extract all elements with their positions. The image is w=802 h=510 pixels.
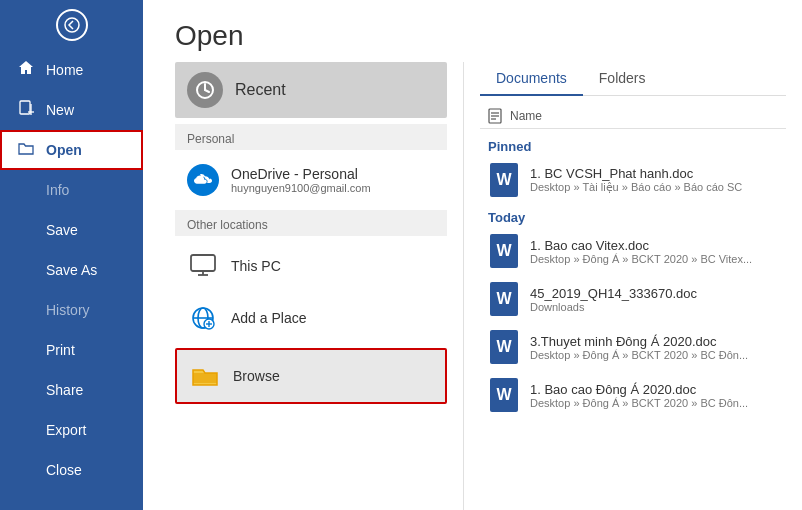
today-doc-0-name: 1. Bao cao Vitex.doc — [530, 238, 752, 253]
word-doc-icon-2 — [488, 329, 520, 365]
sidebar-item-close[interactable]: Close — [0, 450, 143, 490]
locations-panel: Recent Personal OneDrive - Personal huyn… — [143, 62, 463, 510]
today-doc-3[interactable]: 1. Bao cao Đông Á 2020.doc Desktop » Đôn… — [480, 371, 786, 419]
title-bar: Open — [143, 0, 802, 62]
svg-line-6 — [205, 90, 209, 92]
back-button-area[interactable] — [0, 0, 143, 50]
sidebar: Home New Open Info Save Save As History … — [0, 0, 143, 510]
today-doc-1-info: 45_2019_QH14_333670.doc Downloads — [530, 286, 697, 313]
tab-documents[interactable]: Documents — [480, 62, 583, 96]
today-doc-2[interactable]: 3.Thuyet minh Đông Á 2020.doc Desktop » … — [480, 323, 786, 371]
pinned-doc-0-path: Desktop » Tài liệu » Báo cáo » Báo cáo S… — [530, 181, 742, 194]
word-doc-icon — [488, 162, 520, 198]
today-doc-3-name: 1. Bao cao Đông Á 2020.doc — [530, 382, 748, 397]
today-doc-2-path: Desktop » Đông Á » BCKT 2020 » BC Đôn... — [530, 349, 748, 361]
new-icon — [16, 100, 36, 120]
sidebar-item-share-label: Share — [46, 382, 83, 398]
today-doc-1-name: 45_2019_QH14_333670.doc — [530, 286, 697, 301]
browse-folder-icon — [189, 360, 221, 392]
today-doc-1[interactable]: 45_2019_QH14_333670.doc Downloads — [480, 275, 786, 323]
sidebar-item-export[interactable]: Export — [0, 410, 143, 450]
sidebar-item-info-label: Info — [46, 182, 69, 198]
browse-item[interactable]: Browse — [175, 348, 447, 404]
open-icon — [16, 140, 36, 160]
this-pc-item[interactable]: This PC — [175, 240, 447, 292]
svg-rect-7 — [191, 255, 215, 271]
this-pc-label: This PC — [231, 258, 281, 274]
word-doc-icon-0 — [488, 233, 520, 269]
col-header: Name — [480, 104, 786, 129]
sidebar-item-new[interactable]: New — [0, 90, 143, 130]
sidebar-item-save-label: Save — [46, 222, 78, 238]
word-doc-icon-3 — [488, 377, 520, 413]
onedrive-text: OneDrive - Personal huynguyen9100@gmail.… — [231, 166, 371, 194]
sidebar-item-open-label: Open — [46, 142, 82, 158]
onedrive-name: OneDrive - Personal — [231, 166, 371, 182]
personal-header: Personal — [175, 124, 447, 150]
other-locations-header: Other locations — [175, 210, 447, 236]
today-doc-2-name: 3.Thuyet minh Đông Á 2020.doc — [530, 334, 748, 349]
pinned-doc-0-info: 1. BC VCSH_Phat hanh.doc Desktop » Tài l… — [530, 166, 742, 194]
sidebar-item-export-label: Export — [46, 422, 86, 438]
sidebar-item-save[interactable]: Save — [0, 210, 143, 250]
page-title: Open — [175, 20, 770, 52]
sidebar-item-home[interactable]: Home — [0, 50, 143, 90]
sidebar-item-history[interactable]: History — [0, 290, 143, 330]
main-content: Open Recent Personal — [143, 0, 802, 510]
pinned-doc-0-name: 1. BC VCSH_Phat hanh.doc — [530, 166, 742, 181]
tab-folders[interactable]: Folders — [583, 62, 662, 96]
today-doc-1-path: Downloads — [530, 301, 697, 313]
sidebar-item-home-label: Home — [46, 62, 83, 78]
sidebar-item-history-label: History — [46, 302, 90, 318]
today-doc-0-path: Desktop » Đông Á » BCKT 2020 » BC Vitex.… — [530, 253, 752, 265]
recent-clock-icon — [187, 72, 223, 108]
home-icon — [16, 60, 36, 80]
sidebar-item-print[interactable]: Print — [0, 330, 143, 370]
browse-label: Browse — [233, 368, 280, 384]
globe-icon — [187, 302, 219, 334]
svg-point-0 — [65, 18, 79, 32]
col-name-label: Name — [510, 109, 542, 123]
computer-icon — [187, 250, 219, 282]
onedrive-item[interactable]: OneDrive - Personal huynguyen9100@gmail.… — [175, 154, 447, 206]
word-doc-icon-1 — [488, 281, 520, 317]
sidebar-item-print-label: Print — [46, 342, 75, 358]
today-doc-2-info: 3.Thuyet minh Đông Á 2020.doc Desktop » … — [530, 334, 748, 361]
onedrive-icon — [187, 164, 219, 196]
sidebar-item-share[interactable]: Share — [0, 370, 143, 410]
today-doc-0-info: 1. Bao cao Vitex.doc Desktop » Đông Á » … — [530, 238, 752, 265]
docs-panel: Documents Folders Name Pinned — [463, 62, 802, 510]
today-doc-0[interactable]: 1. Bao cao Vitex.doc Desktop » Đông Á » … — [480, 227, 786, 275]
recent-label: Recent — [235, 81, 286, 99]
onedrive-email: huynguyen9100@gmail.com — [231, 182, 371, 194]
add-place-label: Add a Place — [231, 310, 307, 326]
sidebar-item-save-as-label: Save As — [46, 262, 97, 278]
sidebar-item-open[interactable]: Open — [0, 130, 143, 170]
today-doc-3-path: Desktop » Đông Á » BCKT 2020 » BC Đôn... — [530, 397, 748, 409]
pinned-label: Pinned — [480, 133, 786, 156]
pinned-doc-0[interactable]: 1. BC VCSH_Phat hanh.doc Desktop » Tài l… — [480, 156, 786, 204]
sidebar-item-info[interactable]: Info — [0, 170, 143, 210]
sidebar-item-new-label: New — [46, 102, 74, 118]
today-label: Today — [480, 204, 786, 227]
today-doc-3-info: 1. Bao cao Đông Á 2020.doc Desktop » Đôn… — [530, 382, 748, 409]
back-button[interactable] — [56, 9, 88, 41]
sidebar-item-save-as[interactable]: Save As — [0, 250, 143, 290]
recent-item[interactable]: Recent — [175, 62, 447, 118]
sidebar-item-close-label: Close — [46, 462, 82, 478]
docs-tabs: Documents Folders — [480, 62, 786, 96]
add-place-item[interactable]: Add a Place — [175, 292, 447, 344]
content-area: Recent Personal OneDrive - Personal huyn… — [143, 62, 802, 510]
